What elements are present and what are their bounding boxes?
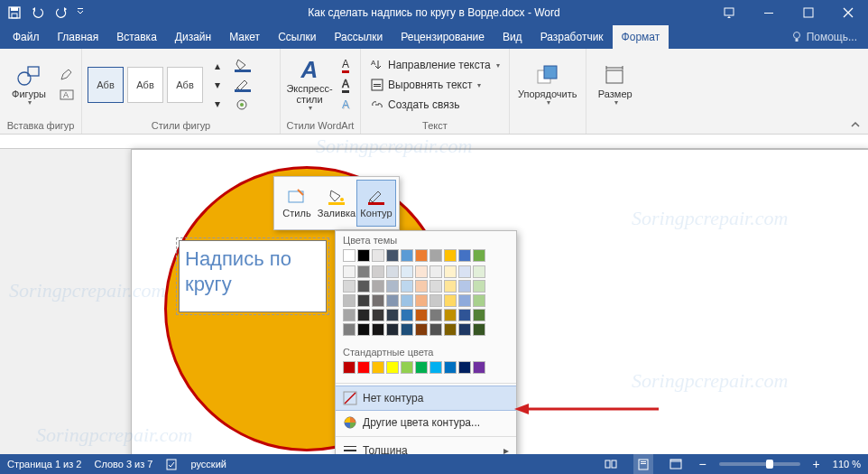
color-swatch[interactable] [386, 249, 399, 262]
color-swatch[interactable] [357, 361, 370, 374]
color-swatch[interactable] [343, 309, 356, 321]
horizontal-ruler[interactable] [0, 135, 868, 149]
read-mode-view[interactable] [601, 454, 621, 474]
color-swatch[interactable] [386, 323, 399, 336]
shape-style-3[interactable]: Абв [167, 67, 203, 103]
color-swatch[interactable] [343, 265, 356, 278]
mini-outline-button[interactable]: Контур [356, 180, 396, 227]
textbox-button[interactable]: A [58, 86, 76, 104]
color-swatch[interactable] [372, 249, 384, 262]
wordart-quick-styles[interactable]: A Экспресс-стили ▾ [286, 52, 333, 117]
zoom-level[interactable]: 110 % [833, 459, 861, 469]
color-swatch[interactable] [444, 294, 457, 307]
mini-fill-button[interactable]: Заливка [317, 180, 356, 227]
tab-developer[interactable]: Разработчик [531, 25, 613, 49]
color-swatch[interactable] [429, 361, 442, 374]
color-swatch[interactable] [444, 309, 457, 321]
color-swatch[interactable] [473, 323, 485, 336]
color-swatch[interactable] [372, 323, 384, 336]
color-swatch[interactable] [473, 361, 485, 374]
shape-fill-button[interactable] [234, 56, 252, 74]
no-outline-item[interactable]: Нет контура [336, 386, 516, 411]
tab-view[interactable]: Вид [494, 25, 531, 49]
color-swatch[interactable] [357, 294, 370, 307]
zoom-slider[interactable] [719, 462, 800, 466]
arrange-button[interactable]: Упорядочить ▾ [515, 52, 580, 117]
color-swatch[interactable] [444, 323, 457, 336]
shapes-button[interactable]: Фигуры ▾ [5, 52, 52, 117]
zoom-in-button[interactable]: + [813, 457, 820, 471]
tab-file[interactable]: Файл [4, 25, 49, 49]
color-swatch[interactable] [343, 323, 356, 336]
color-swatch[interactable] [386, 280, 399, 293]
shape-outline-button[interactable] [234, 76, 252, 94]
color-swatch[interactable] [357, 323, 370, 336]
tab-home[interactable]: Главная [49, 25, 108, 49]
page-indicator[interactable]: Страница 1 из 2 [7, 459, 81, 469]
color-swatch[interactable] [343, 361, 356, 374]
color-swatch[interactable] [458, 280, 471, 293]
close-button[interactable] [828, 0, 868, 25]
tab-mailings[interactable]: Рассылки [325, 25, 392, 49]
color-swatch[interactable] [458, 249, 471, 262]
color-swatch[interactable] [429, 323, 442, 336]
color-swatch[interactable] [357, 265, 370, 278]
undo-button[interactable] [27, 3, 49, 23]
tab-review[interactable]: Рецензирование [392, 25, 494, 49]
text-outline-button[interactable]: A [337, 76, 355, 94]
tab-insert[interactable]: Вставка [107, 25, 166, 49]
color-swatch[interactable] [357, 280, 370, 293]
color-swatch[interactable] [401, 294, 413, 307]
color-swatch[interactable] [473, 249, 485, 262]
tab-design[interactable]: Дизайн [166, 25, 220, 49]
color-swatch[interactable] [444, 361, 457, 374]
ribbon-display-options[interactable] [709, 0, 749, 25]
text-direction-button[interactable]: A Направление текста▾ [366, 55, 503, 75]
tab-references[interactable]: Ссылки [269, 25, 325, 49]
text-fill-button[interactable]: A [337, 56, 355, 74]
color-swatch[interactable] [429, 265, 442, 278]
tell-me-search[interactable]: Помощь... [780, 25, 868, 49]
create-link-button[interactable]: Создать связь [366, 95, 463, 115]
color-swatch[interactable] [473, 294, 485, 307]
collapse-ribbon-button[interactable] [848, 117, 863, 132]
color-swatch[interactable] [401, 249, 413, 262]
tab-format[interactable]: Формат [613, 25, 669, 49]
zoom-slider-thumb[interactable] [766, 460, 773, 469]
shape-effects-button[interactable] [234, 96, 252, 114]
style-scroll-up[interactable]: ▴ [208, 57, 226, 75]
color-swatch[interactable] [401, 323, 413, 336]
spell-check-button[interactable] [166, 458, 179, 470]
color-swatch[interactable] [444, 249, 457, 262]
save-button[interactable] [4, 3, 25, 23]
color-swatch[interactable] [343, 280, 356, 293]
color-swatch[interactable] [372, 280, 384, 293]
redo-button[interactable] [51, 3, 72, 23]
color-swatch[interactable] [372, 294, 384, 307]
text-box-shape[interactable]: Надпись по кругу [179, 240, 327, 312]
color-swatch[interactable] [357, 249, 370, 262]
mini-style-button[interactable]: Стиль [277, 180, 317, 227]
color-swatch[interactable] [444, 265, 457, 278]
color-swatch[interactable] [473, 280, 485, 293]
color-swatch[interactable] [458, 294, 471, 307]
color-swatch[interactable] [343, 249, 356, 262]
color-swatch[interactable] [386, 265, 399, 278]
color-swatch[interactable] [429, 309, 442, 321]
text-effects-button[interactable]: A [337, 96, 355, 114]
maximize-button[interactable] [789, 0, 828, 25]
style-scroll-down[interactable]: ▾ [208, 76, 226, 94]
more-colors-item[interactable]: Другие цвета контура... [336, 411, 516, 434]
color-swatch[interactable] [386, 294, 399, 307]
color-swatch[interactable] [429, 294, 442, 307]
shape-style-1[interactable]: Абв [88, 67, 124, 103]
color-swatch[interactable] [458, 361, 471, 374]
web-layout-view[interactable] [666, 454, 686, 474]
minimize-button[interactable] [749, 0, 789, 25]
color-swatch[interactable] [429, 280, 442, 293]
color-swatch[interactable] [415, 265, 428, 278]
color-swatch[interactable] [415, 294, 428, 307]
color-swatch[interactable] [415, 309, 428, 321]
color-swatch[interactable] [357, 309, 370, 321]
color-swatch[interactable] [415, 361, 428, 374]
